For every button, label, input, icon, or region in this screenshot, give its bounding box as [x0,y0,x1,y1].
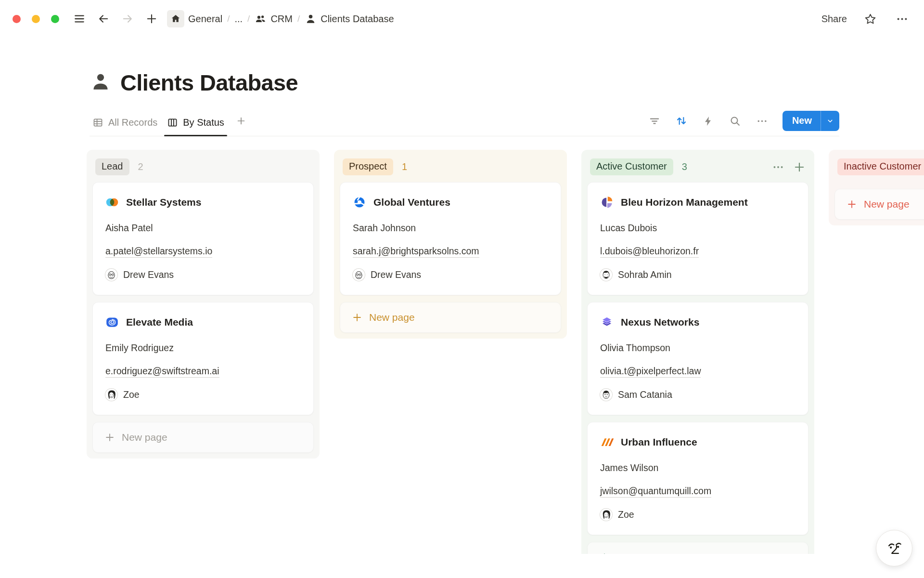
avatar-zoe [105,389,117,401]
breadcrumb-current-page[interactable]: Clients Database [305,13,394,25]
card-title[interactable]: Elevate Media [126,316,193,328]
new-page-label: New page [122,432,167,443]
card-title[interactable]: Global Ventures [373,197,450,208]
people-icon [255,13,267,25]
sort-icon[interactable] [673,112,690,130]
avatar-drew-evans [105,269,117,281]
card-title[interactable]: Bleu Horizon Management [621,197,748,208]
client-card[interactable]: Urban InfluenceJames Wilsonjwilson@quant… [587,422,808,535]
card-email: l.dubois@bleuhorizon.fr [600,246,796,257]
share-button[interactable]: Share [821,13,847,25]
breadcrumb: General / ... / CRM / Clients Database [188,13,394,25]
owner-name: Drew Evans [123,269,174,280]
breadcrumb-separator: / [297,13,300,24]
card-contact-name: Aisha Patel [105,223,301,234]
plus-icon [847,199,857,210]
breadcrumb-crm[interactable]: CRM [255,13,293,25]
avatar-sam-catania [600,389,612,401]
view-more-icon[interactable] [754,112,771,130]
owner-name: Zoe [618,509,634,520]
status-badge-lead[interactable]: Lead [95,158,129,175]
board-column-active-customer: Active Customer3Bleu Horizon ManagementL… [581,150,814,554]
zoom-window-button[interactable] [51,15,59,23]
card-owner: Zoe [600,509,796,521]
new-page-button-active-customer[interactable]: New page [587,542,808,554]
card-email: olivia.t@pixelperfect.law [600,366,796,377]
column-count-prospect: 1 [402,161,407,172]
card-email: a.patel@stellarsystems.io [105,246,301,257]
nexus-networks-logo [600,315,614,329]
column-more-icon[interactable] [772,161,784,173]
stellar-systems-logo [105,196,119,209]
column-cards-prospect: Global VenturesSarah Johnsonsarah.j@brig… [340,182,561,295]
assistant-face-button[interactable] [876,530,912,566]
new-page-button-prospect[interactable]: New page [340,302,561,333]
plus-icon [599,552,610,554]
filter-icon[interactable] [646,112,663,130]
new-page-button-lead[interactable]: New page [92,422,314,453]
column-cards-lead: Stellar SystemsAisha Patela.patel@stella… [92,182,314,415]
email-link[interactable]: jwilson@quantumquill.com [600,486,711,498]
card-title[interactable]: Urban Influence [621,436,697,448]
email-link[interactable]: e.rodriguez@swiftstream.ai [105,366,219,378]
status-badge-prospect[interactable]: Prospect [343,158,393,175]
new-tab-button[interactable] [143,10,160,27]
new-page-label: New page [616,552,662,554]
new-record-button[interactable]: New [783,111,839,131]
forward-button[interactable] [119,10,136,27]
breadcrumb-general[interactable]: General [188,13,222,25]
urban-influence-logo [600,435,614,449]
owner-name: Drew Evans [371,269,421,280]
page-icon-person[interactable] [90,71,112,95]
status-badge-inactive-customer[interactable]: Inactive Customer [837,158,924,175]
email-link[interactable]: olivia.t@pixelperfect.law [600,366,701,378]
new-button-label[interactable]: New [783,111,821,131]
email-link[interactable]: l.dubois@bleuhorizon.fr [600,246,699,258]
traffic-lights [13,15,59,23]
plus-icon [104,432,115,443]
status-badge-active-customer[interactable]: Active Customer [590,158,673,175]
page-title: Clients Database [120,69,298,96]
client-card[interactable]: Bleu Horizon ManagementLucas Duboisl.dub… [587,182,808,295]
card-owner: Sohrab Amin [600,269,796,281]
breadcrumb-ellipsis[interactable]: ... [234,13,243,25]
search-icon[interactable] [727,112,744,130]
minimize-window-button[interactable] [32,15,40,23]
column-add-card-icon[interactable] [793,161,806,173]
column-header-prospect: Prospect1 [340,156,561,182]
more-options-icon[interactable] [893,10,911,27]
global-ventures-logo [353,196,366,209]
new-button-dropdown[interactable] [821,111,839,131]
card-title[interactable]: Stellar Systems [126,197,201,208]
client-card[interactable]: Elevate MediaEmily Rodrigueze.rodriguez@… [92,302,314,415]
column-count-active-customer: 3 [682,161,687,172]
new-page-button-inactive-customer[interactable]: New page [834,189,924,220]
board-column-prospect: Prospect1Global VenturesSarah Johnsonsar… [334,150,567,339]
window-top-bar: General / ... / CRM / Clients Database S… [0,0,924,38]
close-window-button[interactable] [13,15,21,23]
card-owner: Zoe [105,389,301,401]
back-button[interactable] [95,10,112,27]
tab-by-status[interactable]: By Status [164,117,227,136]
new-page-label: New page [864,198,910,210]
menu-icon[interactable] [71,10,88,27]
column-header-inactive-customer: Inactive Customer [834,156,924,182]
email-link[interactable]: sarah.j@brightsparksolns.com [353,246,479,258]
favorite-star-icon[interactable] [861,10,879,27]
column-count-lead: 2 [138,161,143,172]
column-actions-active-customer [772,161,806,173]
card-title[interactable]: Nexus Networks [621,316,699,328]
bleu-horizon-logo [600,196,614,209]
card-email: sarah.j@brightsparksolns.com [353,246,548,257]
person-icon [305,13,317,25]
add-view-button[interactable] [231,116,251,136]
tab-all-records[interactable]: All Records [90,117,160,136]
views-toolbar-row: All Records By Status New [90,109,839,136]
client-card[interactable]: Global VenturesSarah Johnsonsarah.j@brig… [340,182,561,295]
email-link[interactable]: a.patel@stellarsystems.io [105,246,212,258]
owner-name: Zoe [123,389,140,400]
home-icon[interactable] [167,10,184,27]
automations-lightning-icon[interactable] [700,112,717,130]
client-card[interactable]: Nexus NetworksOlivia Thompsonolivia.t@pi… [587,302,808,415]
client-card[interactable]: Stellar SystemsAisha Patela.patel@stella… [92,182,314,295]
